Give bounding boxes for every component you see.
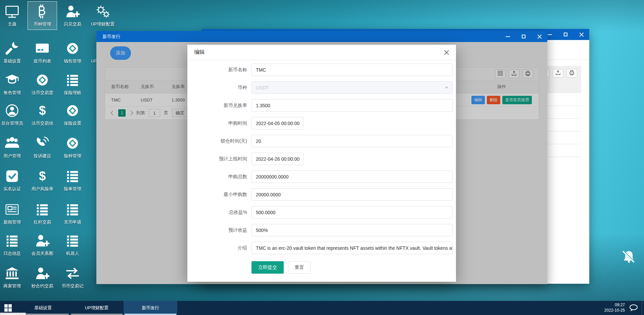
field-input[interactable]: 20000000.0000 [251,170,453,183]
dollar-icon: $ [34,168,50,184]
form-row: 预计收益500% [187,224,456,236]
notifications-button[interactable] [629,304,638,312]
taskbar-tab-label: UP理财配置 [85,305,108,311]
desktop-icon-item[interactable]: 保险理赔 [58,70,87,99]
desktop-icon-item[interactable]: 用户管理 [0,133,27,162]
desktop-icon-item[interactable]: 险种管理 [58,133,87,162]
field-input[interactable]: 20000.0000 [251,188,453,201]
field-input[interactable]: TMC [251,64,453,76]
field-label: 预计上线时间 [187,156,251,162]
maximize-button[interactable] [516,31,532,42]
desktop-icon-item[interactable]: 币种管理 [28,1,57,30]
minimize-button[interactable] [500,31,516,42]
list-icon [4,233,20,249]
desktop-icon-label: 保险理赔 [58,90,87,96]
print-icon [569,70,574,77]
list-icon [64,201,81,218]
dialog-close-button[interactable] [444,50,449,55]
desktop-icon-item[interactable]: 杠杆交易 [28,199,57,228]
taskbar-tab-label: 基础设置 [34,305,52,311]
dollar-icon: $ [34,103,50,119]
form-row: 新币名称TMC [187,64,456,76]
desktop-icon-label: 实名认证 [0,186,27,192]
field-value: 2022-04-26 00:00:00 [256,156,300,162]
desktop-icon-item[interactable]: 角色管理 [0,70,27,99]
desktop-icon-item[interactable]: 钱包管理 [58,38,87,67]
field-input[interactable]: 20 [251,135,453,147]
export-button[interactable] [553,69,563,78]
user-plus-icon [34,233,50,249]
desktop-icon-item[interactable]: 基础设置 [0,38,27,67]
form-row: 介绍TMC is an erc-20 vault token that repr… [187,242,456,254]
desktop-icon-item[interactable]: 投诉建议 [28,133,57,162]
field-input[interactable]: 2022-04-05 00:00:00 [251,117,304,129]
desktop-icon-item[interactable]: UP理财配置 [88,1,118,30]
desktop-icon-label: 商家管理 [0,283,27,289]
close-button[interactable] [532,31,547,42]
field-input[interactable]: 500% [251,224,453,236]
list-icon [64,233,81,249]
user-plus-icon [34,265,50,281]
desktop-icon-label: 主题 [0,21,27,27]
desktop-icon-item[interactable]: 新闻管理 [0,199,27,228]
desktop-icon-label: 币币交易记 [58,283,87,289]
desktop-icon-item[interactable]: 实名认证 [0,166,27,195]
desktop-icon-label: 充币申请 [58,219,87,225]
desktop-icon-item[interactable]: $用户风险率 [28,166,57,195]
desktop-icon-item[interactable]: 保险设置 [58,101,87,129]
front-window-titlebar[interactable]: 新币发行 [96,31,547,42]
desktop-icon-item[interactable]: 商家管理 [0,263,27,292]
desktop-icon-item[interactable]: 币币交易记 [58,263,87,292]
field-label: 币种 [187,85,251,91]
maximize-icon [522,35,525,38]
close-button[interactable] [573,29,589,40]
desktop-icon-item[interactable]: 提币列表 [28,38,57,67]
desktop-icon-item[interactable]: 日志信息 [0,231,27,259]
field-input[interactable]: 1.3500 [251,99,453,112]
desktop-icon-label: 钱包管理 [58,58,87,64]
maximize-button[interactable] [558,29,573,40]
grad-cap-icon [4,72,20,88]
circle-diamond-icon [34,72,50,88]
desktop-icon-item[interactable]: 秒合约交易 [28,263,57,292]
desktop-icon-label: UP理财配置 [88,21,117,27]
desktop-icon-item[interactable]: 主题 [0,1,27,30]
desktop-icon-item[interactable]: 闪兑交易 [58,1,87,30]
taskbar-tab[interactable]: 新币发行 [124,301,177,315]
circle-diamond-icon [64,103,81,119]
form-row: 新币兑换率1.3500 [187,99,456,112]
field-input[interactable]: TMC is an erc-20 vault token that repres… [251,242,453,254]
bell-muted-icon[interactable] [620,249,637,267]
desktop-icon-item[interactable]: $法币交易信 [28,101,57,129]
print-button[interactable] [566,69,577,78]
field-label: 锁仓时间(天) [187,138,251,144]
minimize-icon [548,34,552,35]
speech-bubble-icon [629,304,638,312]
desktop-icon-item[interactable]: 充币申请 [58,199,87,228]
reset-button[interactable]: 重置 [288,261,311,274]
form-row: 币种USDT [187,81,456,94]
desktop-icon-label: 投诉建议 [28,153,57,159]
form-row: 总收益%500.0000 [187,206,456,219]
edit-dialog: 编辑 新币名称TMC币种USDT新币兑换率1.3500申购时间2022-04-0… [187,45,456,282]
desktop-icon-item[interactable]: 机器人 [58,231,87,259]
desktop-icon-label: 用户管理 [0,153,27,159]
taskbar-clock[interactable]: 09:27 2022-10-25 [604,303,625,313]
show-desktop-separator[interactable] [642,301,642,315]
taskbar-tab[interactable]: UP理财配置 [70,301,124,315]
field-input[interactable]: 2022-04-26 00:00:00 [251,153,304,165]
desktop-icon-item[interactable]: 险单管理 [58,166,87,195]
phone-icon [34,135,50,151]
field-label: 新币名称 [187,67,251,73]
field-label: 介绍 [187,245,251,251]
desktop-icon-label: 机器人 [58,250,87,257]
submit-button[interactable]: 立即提交 [251,261,284,274]
currency-select[interactable]: USDT [251,81,453,94]
field-value: 20 [256,139,261,144]
field-value: TMC is an erc-20 vault token that repres… [256,245,453,251]
desktop-icon-item[interactable]: 法币交易需 [28,70,57,99]
desktop-icon-item[interactable]: 会员关系图 [28,231,57,259]
desktop-icon-item[interactable]: 后台管理员 [0,101,27,129]
field-input[interactable]: 500.0000 [251,206,453,219]
users-icon [4,135,20,151]
